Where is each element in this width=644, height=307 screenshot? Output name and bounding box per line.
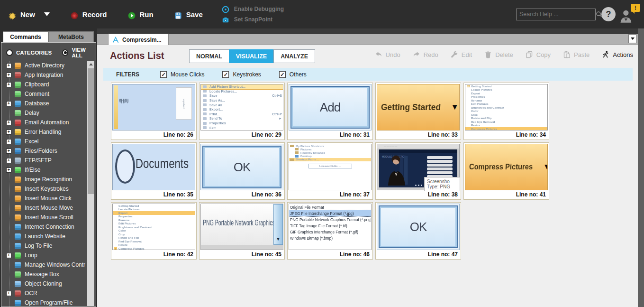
action-card-line-36[interactable]: OKLine no: 36 <box>199 142 285 200</box>
action-card-line-34[interactable]: Getting StartedLocate PicturesExportProp… <box>463 83 549 140</box>
view-button-analyze[interactable]: ANALYZE <box>273 49 315 63</box>
sidebar-item-delay[interactable]: Delay <box>3 108 85 118</box>
pane-list-item[interactable]: Red Eye Removal <box>113 240 195 243</box>
menu-item[interactable]: Exit <box>201 125 283 130</box>
pane-list-item[interactable]: Compress Pictures <box>465 127 547 130</box>
set-snappoint-button[interactable]: Set SnapPoint <box>222 16 284 23</box>
redo-button[interactable]: Redo <box>413 51 438 58</box>
enable-debugging-button[interactable]: Enable Debugging <box>222 5 284 13</box>
view-button-visualize[interactable]: VISUALIZE <box>229 49 274 63</box>
sidebar-item-launch-website[interactable]: Launch Website <box>3 232 85 241</box>
filter-keystrokes[interactable]: ✓Keystrokes <box>222 71 261 78</box>
sidebar-item-active-directory[interactable]: +Active Directory <box>3 61 85 70</box>
tab-commands[interactable]: Commands <box>3 31 48 42</box>
pane-list-item[interactable]: Properties <box>465 95 547 99</box>
action-card-line-33[interactable]: Getting Started▼Line no: 33 <box>375 83 461 140</box>
menu-item[interactable]: Locate Pictures... <box>201 89 283 94</box>
menu-item[interactable]: Print...Ctrl+P <box>201 112 283 117</box>
action-card-line-35[interactable]: DocumentsLine no: 35 <box>111 142 197 200</box>
expand-icon[interactable]: + <box>6 158 11 163</box>
notification-badge[interactable]: ! <box>631 4 640 12</box>
sidebar-item-insert-keystrokes[interactable]: Insert Keystrokes <box>3 184 85 194</box>
undo-button[interactable]: Undo <box>375 51 400 58</box>
user-menu-button[interactable]: ! <box>618 4 639 25</box>
paste-button[interactable]: Paste <box>563 51 590 58</box>
help-button[interactable]: ? <box>601 7 616 21</box>
expand-icon[interactable]: + <box>6 291 11 296</box>
sidebar-item-app-integration[interactable]: +App Integration <box>3 70 85 80</box>
format-list-item[interactable]: PNG Portable Network Graphics Format (*.… <box>289 216 371 223</box>
new-dropdown-caret[interactable] <box>44 12 50 16</box>
sidebar-item-insert-mouse-click[interactable]: Insert Mouse Click <box>3 194 85 203</box>
action-card-line-41[interactable]: Compress Pictures▼Line no: 41 <box>463 142 549 200</box>
action-card-line-37[interactable]: My Picture ShortcutsPicturesRecently Bro… <box>287 142 373 200</box>
action-card-line-46[interactable]: Original File FormatJPEG File Interchang… <box>287 202 373 260</box>
menu-item[interactable]: Save As... <box>201 98 283 103</box>
view-button-normal[interactable]: NORMAL <box>189 49 229 63</box>
sidebar-item-comment[interactable]: Comment <box>3 89 85 99</box>
radio-categories[interactable]: CATEGORIES <box>6 49 52 56</box>
expand-icon[interactable]: + <box>6 82 11 87</box>
expand-icon[interactable]: + <box>6 101 11 106</box>
expand-icon[interactable]: + <box>6 253 11 258</box>
pane-list-item[interactable]: Edit Pictures <box>465 102 547 106</box>
action-card-line-42[interactable]: Getting StartedLocate PicturesExportProp… <box>111 202 197 260</box>
filter-mouse-clicks[interactable]: ✓Mouse Clicks <box>160 71 204 78</box>
pane-list-item[interactable]: Crop <box>465 113 547 117</box>
sidebar-item-database[interactable]: +Database <box>3 99 85 108</box>
menu-item[interactable]: Export... <box>201 107 283 112</box>
expand-icon[interactable]: + <box>6 73 11 78</box>
expand-icon[interactable]: + <box>6 139 11 144</box>
sidebar-scrollbar[interactable] <box>87 61 94 306</box>
sidebar-item-message-box[interactable]: Message Box <box>3 270 85 279</box>
pane-list-item[interactable]: Getting Started <box>465 84 547 88</box>
pane-list-item[interactable]: ✓Compress Pictures <box>113 247 195 250</box>
action-card-line-38[interactable]: — — — — —MODULE SELECTIONScreenshoType: … <box>375 142 461 200</box>
delete-button[interactable]: Delete <box>484 51 513 58</box>
filter-others[interactable]: ✓Others <box>279 71 307 78</box>
sidebar-item-ftp-sftp[interactable]: +FTP/SFTP <box>3 156 85 165</box>
pane-list-item[interactable]: Brightness and Contrast <box>465 106 547 110</box>
action-card-line-29[interactable]: Add Picture Shortcut...Locate Pictures..… <box>199 83 285 140</box>
format-list-item[interactable]: GIF Graphics Interchange Format (*.gif) <box>289 229 371 235</box>
sidebar-item-ocr[interactable]: +OCR <box>3 288 85 298</box>
pane-list-item[interactable]: Rotate and Flip <box>465 117 547 121</box>
expand-icon[interactable]: + <box>6 167 11 173</box>
sidebar-item-error-handling[interactable]: +Error Handling <box>3 127 85 137</box>
scrollbar-up-arrow[interactable] <box>87 61 94 67</box>
sidebar-item-email-automation[interactable]: +Email Automation <box>3 118 85 127</box>
format-list-item[interactable]: Original File Format <box>289 204 371 210</box>
pane-list-item[interactable]: Brightness and Contrast <box>113 225 195 229</box>
sidebar-item-if-else[interactable]: +If/Else <box>3 165 85 175</box>
action-card-line-47[interactable]: OKLine no: 47 <box>375 202 461 260</box>
pane-list-item[interactable]: Locate Pictures <box>465 88 547 92</box>
pane-list-item[interactable]: Edit Pictures <box>113 222 195 226</box>
action-card-line-45[interactable]: PNG Portable Network Graphics F▼Line no:… <box>199 202 285 260</box>
format-list-item[interactable]: JPEG File Interchange Format (*.jpg) <box>289 210 371 216</box>
menu-item[interactable]: Add Picture Shortcut... <box>201 84 283 89</box>
pane-list-item[interactable]: Export <box>465 92 547 95</box>
record-button[interactable]: Record <box>71 10 107 19</box>
sidebar-item-internet-connection[interactable]: Internet Connection <box>3 222 85 232</box>
tab-metabots[interactable]: MetaBots <box>48 31 94 42</box>
pane-list-item[interactable]: Color <box>113 229 195 233</box>
actions-button[interactable]: Actions <box>602 51 633 58</box>
sidebar-item-files-folders[interactable]: +Files/Folders <box>3 146 85 156</box>
format-list-item[interactable]: Windows Bitmap (*.bmp) <box>289 235 371 241</box>
sidebar-item-manage-windows-controls[interactable]: Manage Windows Controls <box>3 260 85 270</box>
pane-list-item[interactable]: Locate Pictures <box>113 208 195 212</box>
search-help-input[interactable] <box>519 11 596 18</box>
pane-list-item[interactable]: Color <box>465 110 547 113</box>
menu-item[interactable]: Save All <box>201 102 283 107</box>
radio-view-all[interactable]: VIEW ALL <box>62 47 96 58</box>
sidebar-item-log-to-file[interactable]: Log To File <box>3 241 85 251</box>
pane-list-item[interactable]: Export <box>113 211 195 215</box>
pane-list-item[interactable]: Crop <box>113 233 195 236</box>
sidebar-item-insert-mouse-move[interactable]: Insert Mouse Move <box>3 203 85 213</box>
sidebar-item-image-recognition[interactable]: Image Recognition <box>3 175 85 184</box>
sidebar-item-loop[interactable]: +Loop <box>3 251 85 260</box>
pane-list-item[interactable]: Rotate and Flip <box>113 236 195 240</box>
save-button[interactable]: Save <box>174 10 203 19</box>
action-card-line-26[interactable]: M|l|H|b|M|dsquishedLine no: 26 <box>111 83 197 140</box>
pane-list-item[interactable]: Resize <box>113 243 195 247</box>
